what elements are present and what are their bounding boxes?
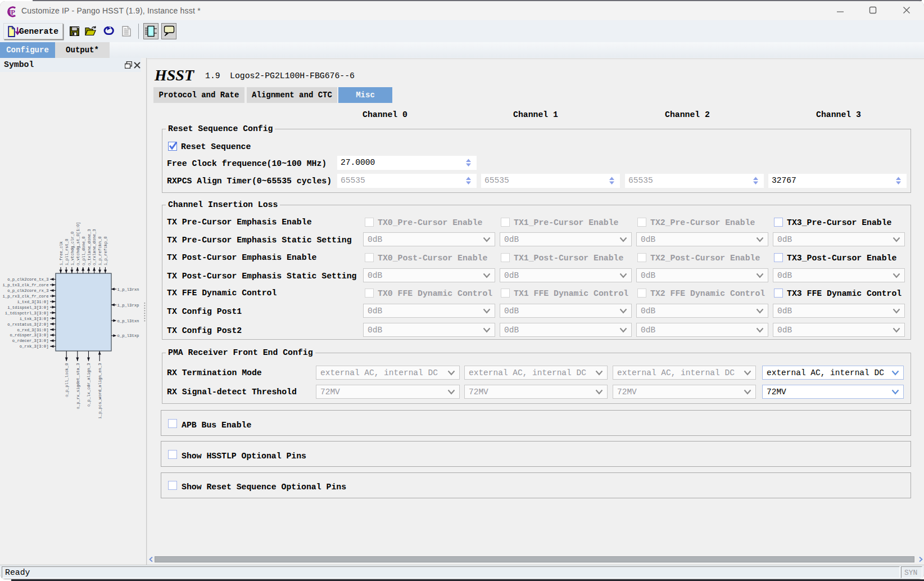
svg-text:o_p_rx_sigdet_sta_3: o_p_rx_sigdet_sta_3	[76, 363, 80, 409]
svg-text:i_p_refckn_0: i_p_refckn_0	[98, 236, 102, 265]
svg-text:i_p_tx3_clk_fr_core: i_p_tx3_clk_fr_core	[3, 283, 49, 287]
svg-text:i_pll_rst_0: i_pll_rst_0	[65, 239, 69, 265]
svg-text:i_p_refckp_0: i_p_refckp_0	[103, 236, 108, 265]
svg-text:o_p_pll_lock_0: o_p_pll_lock_0	[65, 363, 69, 397]
svg-text:P: P	[11, 8, 15, 16]
svg-text:i_p_l3rxp: i_p_l3rxp	[117, 303, 139, 308]
svg-text:o_p_l3txn: o_p_l3txn	[117, 319, 139, 323]
svg-text:o_rdecer_3[3:0]: o_rdecer_3[3:0]	[12, 339, 49, 343]
svg-text:o_vtchdg_st_0[1:0]: o_vtchdg_st_0[1:0]	[76, 222, 80, 265]
svg-text:i_p_l3rxn: i_p_l3rxn	[117, 287, 139, 292]
svg-text:i_free_clk: i_free_clk	[59, 241, 64, 265]
svg-text:i_p_rx3_clk_fr_core: i_p_rx3_clk_fr_core	[3, 294, 49, 299]
svg-text:o_rxlane_done_3: o_rxlane_done_3	[92, 229, 97, 265]
svg-text:i_txd_3[31:0]: i_txd_3[31:0]	[17, 300, 48, 304]
svg-text:o_p_l3txp: o_p_l3txp	[117, 334, 139, 338]
svg-text:o_rxd_3[31:0]: o_rxd_3[31:0]	[17, 328, 48, 332]
svg-text:o_pll_done_0: o_pll_done_0	[81, 236, 86, 265]
svg-text:o_p_clk2core_rx_3: o_p_clk2core_rx_3	[7, 289, 48, 293]
svg-text:i_tdispctrl_3[3:0]: i_tdispctrl_3[3:0]	[5, 311, 49, 316]
svg-text:i_vtchdg_clr_0: i_vtchdg_clr_0	[70, 232, 75, 265]
svg-text:o_txlane_done_3: o_txlane_done_3	[87, 229, 92, 265]
svg-text:o_p_lx_cdr_align_3: o_p_lx_cdr_align_3	[87, 363, 91, 407]
svg-text:i_txk_3[3:0]: i_txk_3[3:0]	[20, 317, 49, 321]
svg-text:i_tdispsel_3[3:0]: i_tdispsel_3[3:0]	[7, 305, 48, 310]
svg-text:i_p_pcs_word_align_en_3: i_p_pcs_word_align_en_3	[98, 363, 102, 419]
svg-text:o_p_clk2core_tx_3: o_p_clk2core_tx_3	[7, 277, 48, 282]
svg-text:o_rxstatus_3[2:0]: o_rxstatus_3[2:0]	[7, 322, 48, 327]
svg-text:o_rxk_3[3:0]: o_rxk_3[3:0]	[20, 344, 49, 349]
svg-text:o_rdisper_3[3:0]: o_rdisper_3[3:0]	[10, 333, 48, 337]
